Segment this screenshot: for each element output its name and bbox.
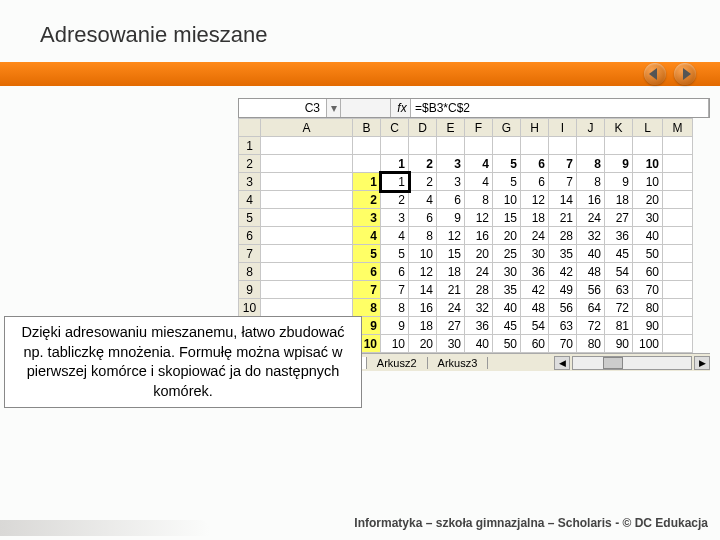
cell[interactable]: 24	[521, 227, 549, 245]
cell[interactable]: 6	[381, 263, 409, 281]
cell[interactable]: 70	[633, 281, 663, 299]
cell[interactable]: 2	[381, 191, 409, 209]
row-header[interactable]: 8	[239, 263, 261, 281]
row-header[interactable]: 9	[239, 281, 261, 299]
cell[interactable]: 40	[633, 227, 663, 245]
sheet-tab[interactable]: Arkusz3	[428, 357, 489, 369]
horizontal-scrollbar[interactable]: ◀ ▶	[554, 356, 710, 370]
cell[interactable]: 20	[633, 191, 663, 209]
next-slide-button[interactable]	[674, 63, 696, 85]
cell[interactable]: 54	[605, 263, 633, 281]
cell[interactable]: 3	[437, 173, 465, 191]
cell[interactable]: 56	[549, 299, 577, 317]
col-header[interactable]: D	[409, 119, 437, 137]
cell[interactable]: 14	[409, 281, 437, 299]
row-header[interactable]: 6	[239, 227, 261, 245]
col-header[interactable]: H	[521, 119, 549, 137]
cell[interactable]: 6	[409, 209, 437, 227]
cell[interactable]: 1	[381, 173, 409, 191]
cell[interactable]: 60	[633, 263, 663, 281]
cell[interactable]: 36	[521, 263, 549, 281]
formula-input[interactable]: =$B3*C$2	[411, 99, 709, 117]
cell[interactable]: 4	[409, 191, 437, 209]
cell[interactable]: 20	[465, 245, 493, 263]
cell[interactable]: 12	[521, 191, 549, 209]
cell[interactable]: 28	[465, 281, 493, 299]
cell[interactable]: 40	[577, 245, 605, 263]
cell[interactable]: 9	[605, 155, 633, 173]
cell[interactable]: 90	[605, 335, 633, 353]
cell[interactable]: 64	[577, 299, 605, 317]
name-box[interactable]: C3	[239, 99, 327, 117]
col-header[interactable]: I	[549, 119, 577, 137]
cell[interactable]: 8	[353, 299, 381, 317]
cell[interactable]: 4	[465, 155, 493, 173]
select-all-corner[interactable]	[239, 119, 261, 137]
row-header[interactable]: 7	[239, 245, 261, 263]
cell[interactable]: 6	[353, 263, 381, 281]
cell[interactable]: 30	[437, 335, 465, 353]
cell[interactable]: 36	[605, 227, 633, 245]
cell[interactable]: 28	[549, 227, 577, 245]
col-header[interactable]: A	[261, 119, 353, 137]
col-header[interactable]: J	[577, 119, 605, 137]
cell[interactable]: 18	[409, 317, 437, 335]
row-header[interactable]: 10	[239, 299, 261, 317]
cell[interactable]: 7	[381, 281, 409, 299]
row-header[interactable]: 3	[239, 173, 261, 191]
cell[interactable]: 16	[409, 299, 437, 317]
cell[interactable]: 25	[493, 245, 521, 263]
cell[interactable]: 5	[493, 173, 521, 191]
cell[interactable]: 3	[381, 209, 409, 227]
cell[interactable]: 24	[577, 209, 605, 227]
col-header[interactable]: C	[381, 119, 409, 137]
col-header[interactable]: K	[605, 119, 633, 137]
cell[interactable]: 10	[633, 173, 663, 191]
cell[interactable]: 36	[465, 317, 493, 335]
cell[interactable]: 8	[577, 155, 605, 173]
cell[interactable]: 10	[493, 191, 521, 209]
cell[interactable]: 60	[521, 335, 549, 353]
sheet-tab[interactable]: Arkusz2	[367, 357, 428, 369]
cell[interactable]: 6	[521, 173, 549, 191]
cell[interactable]: 18	[437, 263, 465, 281]
col-header[interactable]: M	[663, 119, 693, 137]
cell[interactable]: 90	[633, 317, 663, 335]
cell[interactable]: 3	[353, 209, 381, 227]
cell[interactable]: 12	[409, 263, 437, 281]
cell[interactable]: 1	[381, 155, 409, 173]
cell[interactable]: 72	[605, 299, 633, 317]
cell[interactable]: 16	[465, 227, 493, 245]
cell[interactable]: 81	[605, 317, 633, 335]
cell[interactable]: 48	[577, 263, 605, 281]
row-header[interactable]: 1	[239, 137, 261, 155]
cell[interactable]: 12	[465, 209, 493, 227]
cell[interactable]: 56	[577, 281, 605, 299]
cell[interactable]: 18	[605, 191, 633, 209]
cell[interactable]: 12	[437, 227, 465, 245]
cell[interactable]: 14	[549, 191, 577, 209]
scroll-right-icon[interactable]: ▶	[694, 356, 710, 370]
cell[interactable]: 40	[465, 335, 493, 353]
cell[interactable]: 24	[437, 299, 465, 317]
cell[interactable]: 42	[521, 281, 549, 299]
row-header[interactable]: 5	[239, 209, 261, 227]
cell[interactable]: 49	[549, 281, 577, 299]
cell[interactable]: 27	[605, 209, 633, 227]
cell[interactable]: 30	[493, 263, 521, 281]
cell[interactable]: 2	[409, 155, 437, 173]
prev-slide-button[interactable]	[644, 63, 666, 85]
cell[interactable]: 10	[381, 335, 409, 353]
cell[interactable]: 5	[381, 245, 409, 263]
cell[interactable]: 9	[605, 173, 633, 191]
cell[interactable]: 50	[493, 335, 521, 353]
cell[interactable]: 35	[549, 245, 577, 263]
cell[interactable]: 30	[633, 209, 663, 227]
cell[interactable]: 7	[549, 173, 577, 191]
col-header[interactable]: E	[437, 119, 465, 137]
cell[interactable]: 63	[605, 281, 633, 299]
cell[interactable]: 100	[633, 335, 663, 353]
cell[interactable]: 42	[549, 263, 577, 281]
cell[interactable]: 21	[437, 281, 465, 299]
cell[interactable]: 10	[409, 245, 437, 263]
